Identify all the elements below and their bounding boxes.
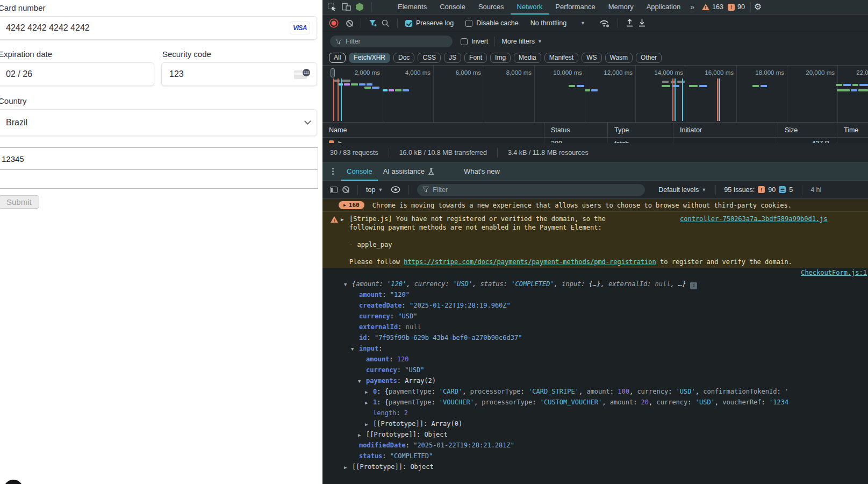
- column-header-name[interactable]: Name: [322, 123, 544, 137]
- console-tree-row[interactable]: status: "COMPLETED": [322, 451, 868, 461]
- network-overview[interactable]: 2,000 ms4,000 ms6,000 ms8,000 ms10,000 m…: [322, 66, 868, 123]
- expand-icon[interactable]: ▶: [341, 215, 343, 224]
- console-tree-row[interactable]: ▶[[Prototype]]: Object: [322, 461, 868, 472]
- disclosure-arrow-icon[interactable]: ▶: [344, 462, 352, 472]
- checkoutform-source-link[interactable]: CheckoutForm.js:1: [801, 269, 867, 276]
- more-tabs-icon[interactable]: »: [687, 3, 698, 11]
- clear-console-icon[interactable]: [342, 186, 349, 193]
- live-expression-eye-icon[interactable]: [391, 186, 400, 193]
- column-header-initiator[interactable]: Initiator: [673, 123, 778, 137]
- disclosure-arrow-icon[interactable]: ▶: [358, 430, 366, 440]
- chip-manifest[interactable]: Manifest: [544, 53, 578, 63]
- console-tree-row[interactable]: amount: 120: [322, 354, 868, 365]
- console-tree-row[interactable]: length: 2: [322, 408, 868, 418]
- throttling-dropdown[interactable]: No throttling ▼: [530, 19, 585, 27]
- search-icon[interactable]: [382, 19, 390, 27]
- execution-context-dropdown[interactable]: top ▼: [366, 186, 383, 194]
- drawer-tab-console[interactable]: Console: [341, 162, 378, 181]
- object-preview[interactable]: ▼{amount: '120', currency: 'USD', status…: [322, 279, 868, 289]
- export-har-icon[interactable]: [638, 19, 646, 27]
- import-har-icon[interactable]: [626, 19, 634, 27]
- disclosure-arrow-icon[interactable]: ▼: [344, 279, 352, 289]
- network-conditions-icon[interactable]: [599, 19, 610, 27]
- tab-performance[interactable]: Performance: [549, 0, 601, 15]
- chip-other[interactable]: Other: [636, 53, 662, 63]
- console-tree-row[interactable]: amount: "120": [322, 289, 868, 300]
- chip-doc[interactable]: Doc: [393, 53, 414, 63]
- stripe-docs-link[interactable]: https://stripe.com/docs/payments/payment…: [404, 258, 656, 266]
- console-tree-row[interactable]: modifiedDate: "2025-01-22T19:28:21.281Z": [322, 440, 868, 451]
- chip-font[interactable]: Font: [464, 53, 487, 63]
- expiration-field[interactable]: 02 / 26: [0, 62, 154, 86]
- filter-toggle-icon[interactable]: [369, 19, 377, 27]
- disclosure-arrow-icon[interactable]: ▶: [365, 387, 373, 397]
- console-issues-summary[interactable]: 95 Issues: ! 90 ☰ 5: [724, 186, 793, 194]
- info-icon[interactable]: i: [690, 282, 697, 289]
- hidden-messages-label[interactable]: 4 hi: [810, 186, 821, 194]
- tab-application[interactable]: Application: [640, 0, 687, 15]
- disclosure-arrow-icon[interactable]: ▼: [351, 344, 359, 354]
- overview-range-handle[interactable]: [331, 68, 335, 77]
- column-header-size[interactable]: Size: [778, 123, 837, 137]
- log-levels-dropdown[interactable]: Default levels ▼: [658, 186, 706, 194]
- column-header-type[interactable]: Type: [608, 123, 673, 137]
- drawer-tab-ai-assistance[interactable]: AI assistance: [378, 162, 440, 181]
- request-row[interactable]: b 200 fetch 437 B: [322, 138, 868, 143]
- postal-code-input[interactable]: 12345: [0, 147, 318, 170]
- column-header-time[interactable]: Time: [837, 123, 868, 137]
- chip-img[interactable]: Img: [490, 53, 511, 63]
- settings-gear-icon[interactable]: ⚙: [754, 3, 762, 11]
- nodejs-icon[interactable]: [356, 3, 363, 11]
- console-tree-row[interactable]: ▼payments: Array(2): [322, 375, 868, 386]
- issues-summary[interactable]: ! 90: [728, 3, 745, 11]
- chip-wasm[interactable]: Wasm: [605, 53, 633, 63]
- chip-all[interactable]: All: [329, 53, 346, 63]
- clear-network-log-icon[interactable]: [346, 20, 353, 27]
- tab-console[interactable]: Console: [433, 0, 472, 15]
- tab-sources[interactable]: Sources: [472, 0, 511, 15]
- preserve-log-checkbox[interactable]: Preserve log: [405, 19, 454, 27]
- chat-widget-bubble[interactable]: [4, 480, 23, 484]
- column-header-status[interactable]: Status: [544, 123, 608, 137]
- chip-ws[interactable]: WS: [582, 53, 601, 63]
- console-tree-row[interactable]: ▼input:: [322, 343, 868, 354]
- console-tree-row[interactable]: createdDate: "2025-01-22T19:28:19.960Z": [322, 300, 868, 311]
- device-toolbar-icon[interactable]: [342, 3, 351, 11]
- console-tree-row[interactable]: externalId: null: [322, 322, 868, 332]
- chip-media[interactable]: Media: [514, 53, 541, 63]
- disclosure-arrow-icon[interactable]: ▶: [365, 419, 373, 429]
- tab-network[interactable]: Network: [511, 0, 549, 15]
- invert-checkbox[interactable]: Invert: [461, 38, 488, 45]
- console-tree-row[interactable]: ▶0: {paymentType: 'CARD', processorType:…: [322, 386, 868, 397]
- record-network-log-icon[interactable]: [330, 19, 338, 27]
- warnings-summary[interactable]: 163: [702, 3, 723, 11]
- disclosure-arrow-icon[interactable]: ▶: [365, 397, 373, 408]
- group-count-pill[interactable]: ▶ 160: [339, 201, 364, 209]
- console-tree-row[interactable]: ▶[[Prototype]]: Array(0): [322, 418, 868, 429]
- console-tree-row[interactable]: currency: "USD": [322, 311, 868, 322]
- console-group-message[interactable]: ▶ 160 Chrome is moving towards a new exp…: [322, 199, 868, 212]
- drawer-tab-what-s-new[interactable]: What's new: [458, 162, 505, 181]
- chip-css[interactable]: CSS: [418, 53, 441, 63]
- more-filters-dropdown[interactable]: More filters ▼: [501, 38, 542, 45]
- tab-memory[interactable]: Memory: [602, 0, 640, 15]
- console-tree-row[interactable]: currency: "USD": [322, 365, 868, 375]
- console-sidebar-icon[interactable]: [330, 187, 338, 193]
- chip-js[interactable]: JS: [444, 53, 461, 63]
- security-code-field[interactable]: 123 123: [161, 62, 317, 86]
- network-filter-input[interactable]: Filter: [330, 35, 453, 47]
- disclosure-arrow-icon[interactable]: ▼: [358, 376, 366, 386]
- card-number-field[interactable]: 4242 4242 4242 4242 VISA: [0, 16, 317, 40]
- tab-elements[interactable]: Elements: [391, 0, 433, 15]
- country-select[interactable]: Brazil: [0, 109, 317, 136]
- disable-cache-checkbox[interactable]: Disable cache: [465, 19, 519, 27]
- inspect-element-icon[interactable]: [328, 3, 337, 12]
- chip-fetch-xhr[interactable]: Fetch/XHR: [349, 53, 390, 63]
- console-tree-row[interactable]: ▶[[Prototype]]: Object: [322, 429, 868, 440]
- empty-input[interactable]: [0, 170, 318, 189]
- drawer-menu-icon[interactable]: [332, 168, 334, 175]
- submit-button[interactable]: Submit: [0, 195, 39, 209]
- console-tree-row[interactable]: id: "7f95f99b-629b-43b4-bef0-a270b90c6d3…: [322, 332, 868, 343]
- console-tree-row[interactable]: ▶1: {paymentType: 'VOUCHER', processorTy…: [322, 397, 868, 408]
- console-filter-input[interactable]: Filter: [417, 184, 645, 196]
